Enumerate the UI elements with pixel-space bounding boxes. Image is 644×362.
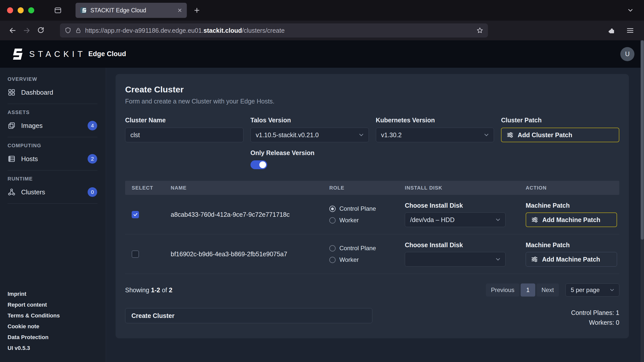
clusters-count-badge: 0 <box>88 187 97 197</box>
menu-icon[interactable] <box>626 27 634 34</box>
bookmark-star-icon[interactable] <box>476 27 483 34</box>
role-radio-control-plane[interactable]: Control Plane <box>329 205 398 212</box>
machine-patch-label: Machine Patch <box>526 241 619 249</box>
sidebar-item-hosts[interactable]: Hosts 2 <box>0 151 106 167</box>
previous-page-button[interactable]: Previous <box>486 283 519 297</box>
brand-wordmark: STACKIT <box>29 49 86 59</box>
chevron-down-icon <box>609 287 615 293</box>
browser-tab[interactable]: STACKIT Edge Cloud <box>76 3 187 18</box>
role-cell: Control Plane Worker <box>323 245 398 263</box>
only-release-version-label: Only Release Version <box>251 149 369 157</box>
sidebar-footer-links: Imprint Report content Terms & Condition… <box>0 291 106 362</box>
talos-version-select[interactable]: v1.10.5-stackit.v0.21.0 <box>251 128 369 142</box>
role-radio-worker[interactable]: Worker <box>329 217 398 224</box>
section-title-computing: COMPUTING <box>8 143 106 149</box>
browser-tab-bar: STACKIT Edge Cloud <box>0 0 644 21</box>
showing-summary: Showing 1-2 of 2 <box>125 286 172 294</box>
sidebar-item-images[interactable]: Images 4 <box>0 118 106 133</box>
page-number-button[interactable]: 1 <box>521 283 535 297</box>
control-planes-count: Control Planes: 1 <box>571 309 619 316</box>
firefox-view-icon[interactable] <box>54 6 62 14</box>
tab-close-icon[interactable] <box>177 8 182 13</box>
sidebar-item-label: Dashboard <box>21 89 53 96</box>
page-scrollbar[interactable] <box>640 40 644 362</box>
header-name: NAME <box>164 185 323 191</box>
per-page-value: 5 per page <box>571 286 600 294</box>
next-page-button[interactable]: Next <box>536 283 559 297</box>
table-row: bf16902c-b9d6-4ea3-b869-2fb51e9075a7 Con… <box>125 234 619 274</box>
add-machine-patch-button[interactable]: Add Machine Patch <box>526 252 617 267</box>
add-machine-patch-label: Add Machine Patch <box>542 216 600 224</box>
url-bar[interactable]: https://app.rr-dev-a991186.dev.edge.eu01… <box>60 23 488 38</box>
tracking-shield-icon[interactable] <box>64 27 71 34</box>
link-imprint[interactable]: Imprint <box>8 291 106 297</box>
toggle-knob <box>259 161 266 168</box>
toolbar-right-icons <box>608 27 634 34</box>
only-release-version-toggle[interactable] <box>251 160 267 169</box>
add-cluster-patch-button[interactable]: Add Cluster Patch <box>501 128 619 142</box>
tab-favicon <box>80 7 87 14</box>
link-data-protection[interactable]: Data Protection <box>8 334 106 341</box>
reload-button[interactable] <box>34 23 48 38</box>
main-area: Create Cluster Form and create a new Clu… <box>106 68 644 362</box>
scrollbar-thumb[interactable] <box>641 40 644 240</box>
choose-install-disk-label: Choose Install Disk <box>405 241 519 249</box>
table-footer: Showing 1-2 of 2 Previous 1 Next 5 per p… <box>125 283 619 297</box>
role-radio-control-plane[interactable]: Control Plane <box>329 245 398 252</box>
page-subtitle: Form and create a new Cluster with your … <box>125 98 619 105</box>
row-checkbox[interactable] <box>132 250 139 258</box>
install-disk-cell: Choose Install Disk /dev/vda – HDD <box>398 202 519 227</box>
product-name: Edge Cloud <box>88 50 126 58</box>
user-avatar[interactable]: U <box>620 47 634 61</box>
chevron-down-icon <box>483 132 490 138</box>
install-disk-select[interactable]: /dev/vda – HDD <box>405 212 506 227</box>
table-row: a8cab433-760d-412a-9ce7-9c72e771718c Con… <box>125 195 619 234</box>
role-radio-worker[interactable]: Worker <box>329 256 398 263</box>
hosts-count-badge: 2 <box>88 154 97 164</box>
forward-button[interactable] <box>20 23 34 38</box>
cluster-name-input[interactable] <box>125 128 243 142</box>
sidebar-item-dashboard[interactable]: Dashboard <box>0 85 106 100</box>
sidebar-item-label: Images <box>21 122 43 130</box>
extensions-icon[interactable] <box>608 27 615 34</box>
radio-selected-icon <box>329 206 336 212</box>
create-cluster-card: Create Cluster Form and create a new Clu… <box>116 74 629 338</box>
kubernetes-version-select[interactable]: v1.30.2 <box>376 128 494 142</box>
link-cookie-note[interactable]: Cookie note <box>8 323 106 330</box>
images-icon <box>8 122 16 130</box>
choose-install-disk-label: Choose Install Disk <box>405 202 519 209</box>
create-cluster-button[interactable]: Create Cluster <box>125 308 372 323</box>
select-cell <box>125 211 164 218</box>
window-minimize-button[interactable] <box>18 7 24 13</box>
sidebar: OVERVIEW Dashboard ASSETS Images 4 COMPU… <box>0 68 106 362</box>
machine-patch-label: Machine Patch <box>526 202 619 209</box>
row-checkbox[interactable] <box>132 211 139 218</box>
cluster-name-label: Cluster Name <box>125 117 243 124</box>
sliders-icon <box>507 131 514 138</box>
sliders-icon <box>531 256 538 263</box>
window-close-button[interactable] <box>7 7 13 13</box>
add-machine-patch-button[interactable]: Add Machine Patch <box>526 212 617 227</box>
radio-icon <box>329 217 336 224</box>
install-disk-select[interactable] <box>405 252 506 267</box>
role-label: Control Plane <box>339 205 376 212</box>
workers-count: Workers: 0 <box>571 319 619 326</box>
tab-list-chevron-icon[interactable] <box>627 7 634 14</box>
lock-icon[interactable] <box>75 27 82 34</box>
hosts-icon <box>8 155 16 163</box>
cluster-form: Cluster Name Talos Version v1.10.5-stack… <box>125 117 619 169</box>
chevron-down-icon <box>358 132 365 138</box>
host-name: a8cab433-760d-412a-9ce7-9c72e771718c <box>164 211 323 218</box>
link-report-content[interactable]: Report content <box>8 302 106 308</box>
sidebar-item-clusters[interactable]: Clusters 0 <box>0 184 106 200</box>
link-terms[interactable]: Terms & Conditions <box>8 312 106 319</box>
tab-title: STACKIT Edge Cloud <box>90 7 173 14</box>
cluster-patch-label: Cluster Patch <box>501 117 619 124</box>
install-disk-cell: Choose Install Disk <box>398 241 519 267</box>
back-button[interactable] <box>6 23 20 38</box>
kubernetes-version-field: Kubernetes Version v1.30.2 <box>376 117 494 142</box>
sidebar-item-label: Clusters <box>21 188 45 196</box>
new-tab-button[interactable] <box>193 7 200 14</box>
window-zoom-button[interactable] <box>28 7 34 13</box>
per-page-select[interactable]: 5 per page <box>565 283 619 297</box>
